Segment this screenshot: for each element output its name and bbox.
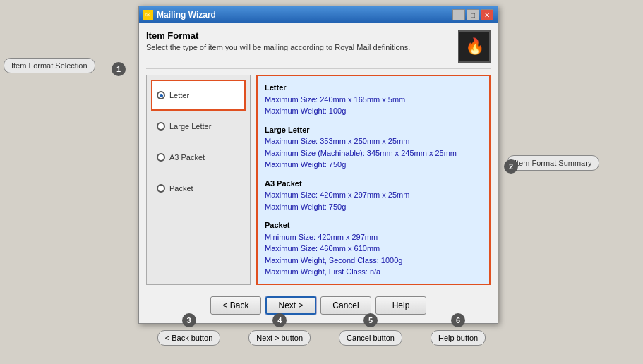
window-title: Mailing Wizard [157,10,216,20]
radio-packet [157,184,165,193]
window-icon: ✉ [143,10,153,20]
help-button-label: Help button [431,330,486,346]
title-bar: ✉ Mailing Wizard – □ ✕ [139,6,498,23]
summary-a3-packet-detail-1: Maximum Weight: 750g [265,201,482,213]
summary-large-letter-detail-1: Maximum Size (Machinable): 345mm x 245mm… [265,147,482,159]
item-list-panel: Letter Large Letter A3 Packet Packet [146,75,251,285]
item-label-letter: Letter [169,91,189,99]
summary-packet-detail-2: Maximum Weight, Second Class: 1000g [265,255,482,267]
back-button[interactable]: < Back [210,296,261,315]
annotation-label-1: Item Format Selection [4,58,95,73]
summary-letter-detail-1: Maximum Weight: 100g [265,105,482,117]
summary-letter: Letter Maximum Size: 240mm x 165mm x 5mm… [265,82,482,117]
annotation-next: 4 Next > button [248,313,311,346]
summary-large-letter-detail-0: Maximum Size: 353mm x 250mm x 25mm [265,135,482,147]
next-button[interactable]: Next > [265,296,316,315]
mailing-wizard-window: ✉ Mailing Wizard – □ ✕ Item Format Selec… [138,6,498,324]
item-label-large-letter: Large Letter [169,122,211,131]
badge-6: 6 [451,313,465,327]
badge-5: 5 [363,313,378,327]
radio-large-letter [157,122,165,131]
radio-a3-packet [157,153,165,162]
header-text: Item Format Select the type of item you … [146,30,410,51]
summary-letter-title: Letter [265,82,482,94]
help-button[interactable]: Help [375,296,426,315]
next-button-label: Next > button [248,330,311,346]
cancel-button[interactable]: Cancel [320,296,371,315]
summary-a3-packet-detail-0: Maximum Size: 420mm x 297mm x 25mm [265,189,482,201]
item-option-a3-packet[interactable]: A3 Packet [151,142,246,173]
item-option-letter[interactable]: Letter [151,80,246,111]
item-option-packet[interactable]: Packet [151,173,246,204]
summary-large-letter-detail-2: Maximum Weight: 750g [265,159,482,171]
summary-a3-packet: A3 Packet Maximum Size: 420mm x 297mm x … [265,178,482,213]
annotation-back: 3 < Back button [157,313,221,346]
annotation-badge-2: 2 [504,159,518,174]
summary-large-letter-title: Large Letter [265,124,482,136]
annotation-badge-1: 1 [112,62,126,76]
back-button-label: < Back button [157,330,221,346]
item-option-large-letter[interactable]: Large Letter [151,111,246,142]
badge-4: 4 [272,313,287,327]
header-title: Item Format [146,30,410,41]
summary-packet: Packet Minimum Size: 420mm x 297mm Maxim… [265,219,482,278]
item-label-packet: Packet [169,184,193,193]
summary-a3-packet-title: A3 Packet [265,178,482,190]
summary-panel: Letter Maximum Size: 240mm x 165mm x 5mm… [256,75,491,285]
close-button[interactable]: ✕ [481,9,493,20]
summary-letter-detail-0: Maximum Size: 240mm x 165mm x 5mm [265,94,482,106]
annotation-cancel: 5 Cancel button [339,313,402,346]
minimize-button[interactable]: – [452,9,465,20]
title-buttons: – □ ✕ [452,9,493,20]
maximize-button[interactable]: □ [467,9,479,20]
item-label-a3-packet: A3 Packet [169,153,205,162]
summary-packet-detail-1: Maximum Size: 460mm x 610mm [265,243,482,255]
summary-large-letter: Large Letter Maximum Size: 353mm x 250mm… [265,124,482,171]
window-body: Item Format Select the type of item you … [139,23,498,323]
buttons-row: < Back Next > Cancel Help [146,292,491,316]
badge-3: 3 [182,313,196,327]
annotation-label-2: Item Format Summary [507,155,599,171]
summary-packet-detail-3: Maximum Weight, First Class: n/a [265,266,482,278]
summary-packet-detail-0: Minimum Size: 420mm x 297mm [265,231,482,243]
radio-letter [157,91,165,99]
logo-icon: 🔥 [465,37,484,56]
header-description: Select the type of item you will be mail… [146,43,410,51]
annotation-help: 6 Help button [431,313,486,346]
bottom-annotations: 3 < Back button 4 Next > button 5 Cancel… [0,313,643,346]
summary-packet-title: Packet [265,219,482,231]
cancel-button-label: Cancel button [339,330,402,346]
content-area: Letter Large Letter A3 Packet Packet [146,75,491,285]
header-logo: 🔥 [458,30,491,63]
header-section: Item Format Select the type of item you … [146,30,491,69]
